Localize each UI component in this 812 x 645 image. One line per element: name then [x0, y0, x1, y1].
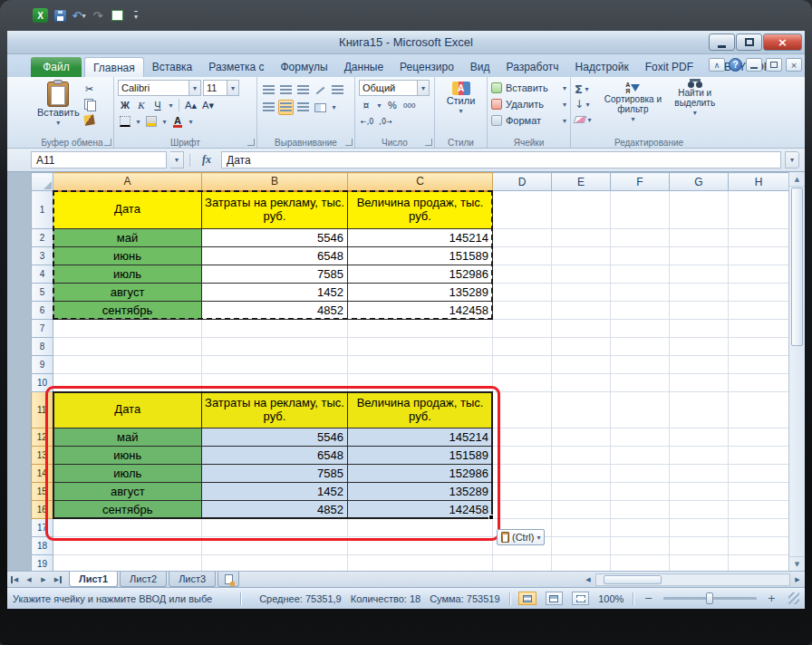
borders-button[interactable]: [118, 114, 132, 129]
cell-A18[interactable]: [53, 537, 202, 555]
sheet-tab-лист2[interactable]: Лист2: [120, 572, 167, 587]
cell-H17[interactable]: [729, 519, 789, 537]
styles-button[interactable]: A Стили ▾: [439, 80, 483, 117]
cell-G3[interactable]: [670, 247, 729, 265]
cell-H5[interactable]: [729, 284, 789, 302]
cell-D19[interactable]: [493, 555, 552, 572]
cell-A19[interactable]: [53, 555, 202, 572]
align-center-button[interactable]: [278, 100, 294, 115]
cell-F18[interactable]: [611, 537, 670, 555]
cut-button[interactable]: ✂: [82, 82, 97, 96]
wrap-text-button[interactable]: [330, 82, 345, 98]
underline-button[interactable]: Ч: [150, 98, 165, 112]
align-middle-button[interactable]: [278, 82, 294, 98]
merge-dropdown[interactable]: ▾: [330, 101, 338, 115]
sheet-tab-лист3[interactable]: Лист3: [169, 572, 216, 587]
cell-C10[interactable]: [348, 374, 493, 392]
cell-B2[interactable]: 5546: [202, 229, 348, 247]
fill-color-button[interactable]: [144, 114, 159, 129]
cell-F13[interactable]: [611, 447, 670, 465]
cell-C18[interactable]: [348, 537, 493, 555]
cell-G8[interactable]: [670, 338, 729, 356]
cell-F15[interactable]: [611, 483, 670, 501]
delete-cells-button[interactable]: Удалить ▾: [491, 96, 566, 112]
column-header-D[interactable]: D: [493, 173, 552, 191]
cell-D2[interactable]: [493, 229, 552, 247]
column-header-A[interactable]: A: [53, 173, 202, 191]
cell-E1[interactable]: [552, 191, 611, 229]
zoom-level[interactable]: 100%: [598, 593, 624, 604]
cell-H3[interactable]: [729, 247, 789, 265]
cell-B18[interactable]: [202, 537, 348, 555]
row-header-12[interactable]: 12: [32, 428, 53, 447]
cell-H13[interactable]: [729, 447, 789, 465]
cell-D4[interactable]: [493, 265, 552, 284]
cell-H2[interactable]: [729, 229, 789, 247]
cell-A15[interactable]: август: [53, 483, 202, 501]
cell-E4[interactable]: [552, 265, 611, 284]
cell-G10[interactable]: [670, 374, 729, 392]
app-menu-button[interactable]: X: [33, 7, 48, 24]
cell-A12[interactable]: май: [53, 428, 202, 447]
minimize-ribbon-button[interactable]: ∧: [709, 58, 725, 72]
cell-F14[interactable]: [611, 465, 670, 483]
cell-G11[interactable]: [670, 392, 729, 428]
row-header-5[interactable]: 5: [32, 284, 53, 302]
cell-F11[interactable]: [611, 392, 670, 428]
cell-A17[interactable]: [53, 519, 202, 537]
cell-F2[interactable]: [611, 229, 670, 247]
close-button[interactable]: ×: [763, 34, 802, 51]
cell-G6[interactable]: [670, 302, 729, 320]
previous-sheet-button[interactable]: ◀: [22, 572, 36, 587]
cell-H8[interactable]: [729, 338, 789, 356]
autosum-button[interactable]: Σ▾: [575, 82, 599, 96]
row-header-18[interactable]: 18: [32, 537, 53, 555]
formula-input[interactable]: Дата: [221, 151, 781, 168]
cell-F9[interactable]: [611, 356, 670, 374]
ribbon-tab-вставка[interactable]: Вставка: [144, 57, 201, 77]
ribbon-tab-рецензиро[interactable]: Рецензиро: [392, 57, 462, 77]
save-button[interactable]: [53, 7, 67, 24]
row-header-11[interactable]: 11: [32, 392, 53, 428]
cell-D10[interactable]: [493, 374, 552, 392]
copy-button[interactable]: [82, 97, 97, 111]
cell-A6[interactable]: сентябрь: [53, 302, 202, 320]
cell-C12[interactable]: 145214: [348, 428, 493, 447]
cell-H6[interactable]: [729, 302, 789, 320]
cell-E19[interactable]: [552, 555, 611, 572]
cell-D7[interactable]: [493, 320, 552, 338]
row-header-9[interactable]: 9: [32, 356, 53, 374]
find-select-button[interactable]: Найти и выделить ▾: [666, 80, 723, 127]
cell-B14[interactable]: 7585: [202, 465, 348, 483]
cell-G13[interactable]: [670, 447, 729, 465]
cell-B10[interactable]: [202, 374, 348, 392]
underline-dropdown[interactable]: ▾: [167, 98, 175, 112]
cell-C19[interactable]: [348, 555, 493, 572]
cell-H10[interactable]: [729, 374, 789, 392]
cell-A7[interactable]: [53, 320, 202, 338]
cell-A5[interactable]: август: [53, 284, 202, 302]
redo-button[interactable]: ↷: [91, 7, 105, 24]
row-header-16[interactable]: 16: [32, 501, 53, 519]
fill-handle[interactable]: [488, 515, 494, 520]
ribbon-tab-надстройк[interactable]: Надстройк: [567, 57, 637, 77]
row-header-14[interactable]: 14: [32, 465, 53, 483]
cell-E11[interactable]: [552, 392, 611, 428]
scroll-down-button[interactable]: ▼: [789, 556, 805, 571]
cell-F7[interactable]: [611, 320, 670, 338]
sort-filter-button[interactable]: АЯ Сортировка и фильтр ▾: [599, 80, 666, 127]
last-sheet-button[interactable]: ▶: [51, 572, 65, 587]
zoom-slider[interactable]: [663, 597, 757, 600]
help-button[interactable]: ?: [729, 58, 742, 72]
cell-D11[interactable]: [493, 392, 552, 428]
cell-B7[interactable]: [202, 320, 348, 338]
vertical-scrollbar[interactable]: ▲ ▼: [788, 172, 805, 571]
dialog-launcher[interactable]: [104, 139, 111, 146]
cell-E15[interactable]: [552, 483, 611, 501]
cell-E7[interactable]: [552, 320, 611, 338]
row-header-6[interactable]: 6: [32, 302, 53, 320]
row-header-15[interactable]: 15: [32, 483, 53, 501]
name-box-dropdown[interactable]: ▾: [170, 151, 184, 168]
ribbon-tab-данные[interactable]: Данные: [336, 57, 392, 77]
vertical-scroll-thumb[interactable]: [791, 188, 803, 346]
